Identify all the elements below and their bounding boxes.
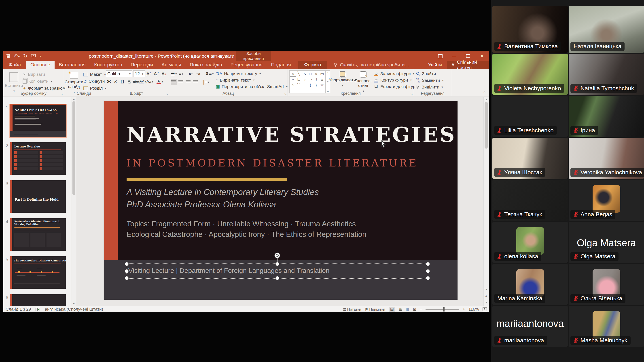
line-spacing-button[interactable]: ⇕≡▾	[205, 70, 214, 77]
previous-slide-button[interactable]: ▲	[484, 294, 489, 298]
shape-triangle-icon[interactable]: △	[290, 77, 296, 82]
shape-arrow-icon[interactable]: ↘	[302, 71, 308, 77]
shape-effects-button[interactable]: ❏Ефекти для фігур▾	[374, 84, 419, 90]
shape-snip-rectangle-icon[interactable]: ⌂	[319, 77, 325, 82]
participant-tile-active-speaker[interactable]: Наталя Іваницька	[569, 6, 644, 53]
clipboard-dialog-launcher[interactable]: ↘	[60, 92, 63, 96]
participant-tile[interactable]: Anna Begas	[569, 180, 644, 221]
shape-right-arrow-icon[interactable]: ⇨	[308, 77, 313, 82]
slide-sorter-view-button[interactable]: ▦	[399, 307, 402, 312]
italic-button[interactable]: К	[112, 78, 119, 85]
text-direction-button[interactable]: ⇅AНапрямок тексту▾	[216, 71, 288, 77]
shape-oval-icon[interactable]: ○	[313, 71, 319, 77]
participant-tile[interactable]: Валентина Тимкова	[492, 6, 568, 53]
resize-handle-e[interactable]	[426, 269, 430, 273]
participant-tile[interactable]: Olga Matsera Olga Matsera	[569, 222, 644, 263]
drawing-dialog-launcher[interactable]: ↘	[410, 92, 413, 96]
replace-button[interactable]: ab⤷acЗамінити▾	[416, 77, 450, 83]
share-button[interactable]: Спільний доступ	[447, 61, 489, 69]
copy-button[interactable]: Копіювати▾	[22, 78, 66, 85]
font-dialog-launcher[interactable]: ↘	[165, 92, 168, 96]
spellcheck-icon[interactable]	[35, 307, 40, 312]
thumbnail-slide-1[interactable]: NARRATIVE STRATEGIES IN POSTMODERN DISAS…	[10, 104, 66, 137]
normal-view-button[interactable]: ▤	[389, 307, 395, 312]
shape-down-arrow-icon[interactable]: ⇩	[313, 77, 319, 82]
shape-elbow-arrow-icon[interactable]: ↳	[302, 77, 308, 82]
tab-slideshow[interactable]: Показ слайдів	[185, 61, 226, 69]
participant-tile[interactable]: Veronika Yablochnikova	[569, 138, 644, 179]
participant-tile[interactable]: Тетяна Ткачук	[492, 180, 568, 221]
zoom-slider-thumb[interactable]	[443, 307, 444, 312]
tab-insert[interactable]: Вставлення	[54, 61, 90, 69]
shape-outline-button[interactable]: ▱Контур фігури▾	[374, 77, 419, 83]
character-spacing-button[interactable]: AV▾	[139, 78, 146, 85]
find-button[interactable]: Знайти	[416, 71, 450, 77]
selected-text-box[interactable]: Visiting Lecture | Department of Foreign…	[126, 264, 428, 279]
bullets-button[interactable]: ☰▾	[170, 70, 177, 77]
numbering-button[interactable]: ≡▾	[178, 70, 184, 77]
next-slide-button[interactable]: ▼	[484, 301, 489, 304]
shape-fill-button[interactable]: ◇Заливка фігури▾	[374, 71, 419, 77]
slide-footer-text[interactable]: Visiting Lecture | Department of Foreign…	[128, 264, 330, 277]
thumbnail-slide-5[interactable]: The Postmodern Disaster Canon: Key Works	[10, 256, 66, 289]
shape-rectangle-icon[interactable]: □	[308, 71, 313, 77]
resize-handle-ne[interactable]	[426, 262, 430, 266]
reading-view-button[interactable]: ▥	[406, 307, 410, 312]
paragraph-dialog-launcher[interactable]: ↘	[284, 92, 287, 96]
convert-smartart-button[interactable]: ▣Перетворити на об'єкт SmartArt▾	[216, 84, 288, 90]
resize-handle-nw[interactable]	[125, 262, 128, 266]
zoom-level[interactable]: 116%	[468, 307, 479, 312]
zoom-out-button[interactable]: −	[420, 307, 422, 312]
participant-tile[interactable]: Nataliia Tymoshchuk	[569, 54, 644, 95]
resize-handle-se[interactable]	[426, 276, 430, 280]
language-indicator[interactable]: англійська (Сполучені Штати)	[45, 307, 103, 312]
shrink-font-button[interactable]: A▼	[154, 70, 160, 77]
resize-handle-n[interactable]	[276, 262, 279, 266]
reset-button[interactable]: ↺Скинути	[83, 78, 106, 85]
tab-file[interactable]: Файл	[3, 61, 26, 69]
thumbnail-slide-4[interactable]: Postmodern Disaster Literature: A Workin…	[10, 218, 66, 251]
shape-scribble-icon[interactable]: ∿	[290, 82, 296, 88]
save-icon[interactable]	[6, 54, 10, 58]
shape-textbox-icon[interactable]: A	[290, 71, 296, 77]
quick-styles-button[interactable]: ✎ Експрес-стилі▾	[354, 70, 372, 93]
tab-view[interactable]: Подання	[267, 61, 295, 69]
shape-line-icon[interactable]: ╲	[296, 71, 302, 77]
paste-button[interactable]: Вставити ▾	[5, 70, 22, 93]
arrange-button[interactable]: Упорядкувати▾	[332, 70, 353, 93]
slide-topics[interactable]: Topics: Fragmented Form · Unreliable Wit…	[126, 219, 366, 240]
participant-tile[interactable]: Masha Melnuchyk	[569, 306, 644, 347]
tell-me-search[interactable]: Скажіть, що потрібно зробити…	[333, 61, 410, 69]
resize-handle-s[interactable]	[276, 276, 279, 280]
shape-elbow-connector-icon[interactable]: ∟	[296, 77, 302, 82]
clear-formatting-button[interactable]: A◢	[161, 70, 167, 77]
format-painter-button[interactable]: ✦Формат за зразком	[22, 85, 66, 92]
resize-handle-w[interactable]	[125, 269, 128, 273]
slide-lecture-lines[interactable]: A Visiting Lecture in Contemporary Liter…	[126, 186, 319, 211]
thumbnail-slide-6[interactable]	[10, 294, 66, 306]
slideshow-view-button[interactable]: ⊡	[413, 307, 416, 312]
fit-slide-to-window-button[interactable]	[482, 308, 487, 311]
thumbnail-slide-3[interactable]: Part I: Defining the Field	[10, 180, 66, 213]
shape-rounded-rectangle-icon[interactable]: ▭	[319, 71, 325, 77]
tab-format[interactable]: Формат	[298, 61, 327, 69]
align-right-button[interactable]	[185, 79, 191, 85]
shape-right-brace-icon[interactable]: }	[313, 82, 319, 88]
new-slide-button[interactable]: ✷ Створити слайд ▾	[64, 70, 83, 94]
underline-button[interactable]: П	[119, 78, 126, 85]
cut-button[interactable]: ✂Вирізати	[22, 71, 66, 78]
align-center-button[interactable]	[178, 79, 184, 85]
tab-home[interactable]: Основне	[26, 61, 54, 69]
decrease-indent-button[interactable]: ⇤	[188, 70, 194, 77]
columns-button[interactable]: ∥≡▾	[202, 79, 209, 85]
rotate-handle[interactable]	[274, 252, 280, 259]
thumbnail-scrollbar[interactable]: ▲ ▼	[72, 97, 76, 306]
zoom-slider[interactable]	[426, 309, 459, 310]
redo-icon[interactable]: ↻	[23, 54, 27, 58]
font-size-combo[interactable]: 12▾	[133, 70, 145, 77]
participant-tile[interactable]: Уляна Шостак	[492, 138, 568, 179]
align-text-button[interactable]: ↕Вирівняти текст▾	[216, 77, 288, 83]
resize-handle-sw[interactable]	[125, 276, 128, 280]
sign-in-button[interactable]: Увійти	[423, 61, 447, 69]
customize-qat-icon[interactable]: ▾	[39, 54, 41, 58]
